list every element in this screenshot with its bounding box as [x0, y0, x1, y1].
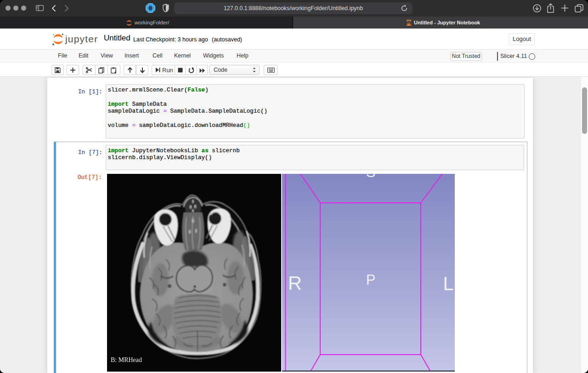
- svg-text:S: S: [366, 174, 376, 180]
- svg-text:L: L: [443, 273, 453, 294]
- svg-text:B: MRHead: B: MRHead: [111, 356, 142, 363]
- svg-text:P: P: [366, 272, 376, 288]
- svg-text:R: R: [288, 272, 302, 294]
